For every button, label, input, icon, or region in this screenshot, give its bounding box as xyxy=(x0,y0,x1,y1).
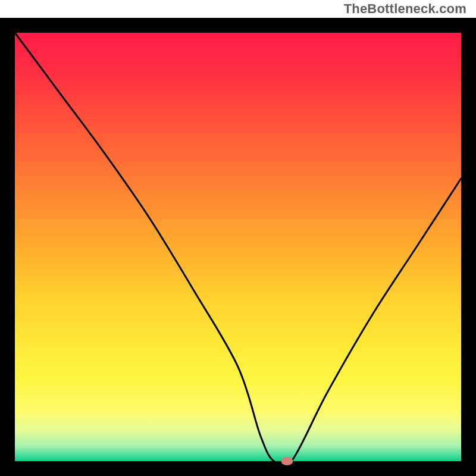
chart-background xyxy=(15,33,461,461)
plot-area xyxy=(0,18,476,476)
bottleneck-chart xyxy=(0,0,476,476)
chart-stage: TheBottleneck.com xyxy=(0,0,476,476)
optimal-point-marker xyxy=(281,457,293,465)
